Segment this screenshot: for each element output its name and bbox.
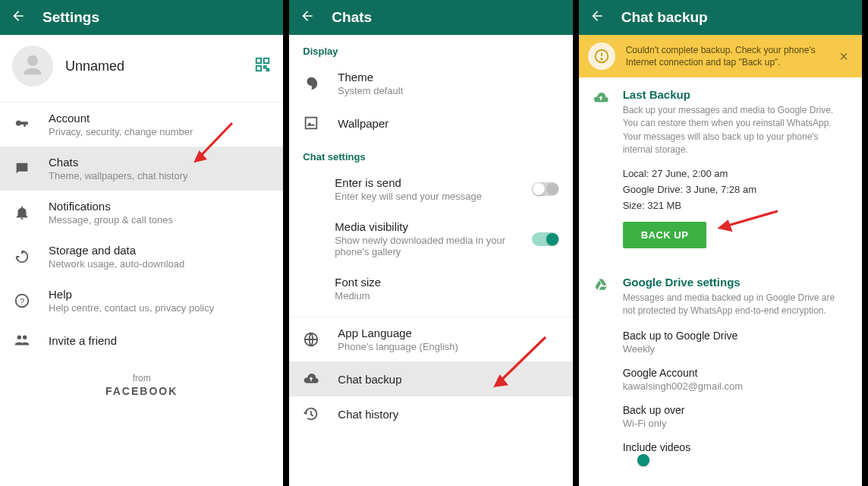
profile-name: Unnamed — [65, 58, 124, 74]
info-drive: Google Drive: 3 June, 7:28 am — [623, 184, 848, 195]
svg-rect-2 — [256, 66, 261, 71]
settings-item-storage[interactable]: Storage and dataNetwork usage, auto-down… — [0, 235, 283, 279]
chats-item-chat-history[interactable]: Chat history — [289, 396, 572, 431]
close-icon[interactable]: × — [835, 49, 853, 64]
banner-text: Couldn't complete backup. Check your pho… — [626, 44, 825, 68]
opt-include-videos[interactable]: Include videos — [579, 441, 862, 453]
chats-item-media-visibility[interactable]: Media visibilityShow newly downloaded me… — [289, 211, 572, 267]
appbar-chats: Chats — [289, 0, 572, 35]
back-icon[interactable] — [590, 8, 605, 27]
theme-icon — [303, 75, 319, 92]
appbar-chat-backup: Chat backup — [579, 0, 862, 35]
globe-icon — [303, 331, 319, 348]
settings-item-invite[interactable]: Invite a friend — [0, 323, 283, 358]
last-backup-heading: Last Backup — [623, 88, 848, 101]
settings-panel: Settings Unnamed AccountPrivacy, securit… — [0, 0, 289, 486]
section-google-drive: Google Drive settings Messages and media… — [579, 265, 862, 318]
people-icon — [14, 332, 30, 349]
last-backup-desc: Back up your messages and media to Googl… — [623, 104, 848, 157]
help-icon: ? — [14, 292, 30, 309]
appbar-settings: Settings — [0, 0, 283, 35]
gd-heading: Google Drive settings — [623, 276, 848, 289]
settings-item-notifications[interactable]: NotificationsMessage, group & call tones — [0, 191, 283, 235]
opt-backup-to-drive[interactable]: Back up to Google Drive Weekly — [579, 330, 862, 355]
section-last-backup: Last Backup Back up your messages and me… — [579, 77, 862, 248]
settings-item-account[interactable]: AccountPrivacy, security, change number — [0, 103, 283, 147]
chats-item-language[interactable]: App LanguagePhone's language (English) — [289, 317, 572, 361]
profile-row[interactable]: Unnamed — [0, 35, 283, 102]
appbar-title: Settings — [42, 9, 99, 26]
svg-point-12 — [601, 58, 602, 59]
qr-icon[interactable] — [254, 56, 271, 76]
back-icon[interactable] — [11, 8, 26, 27]
google-drive-icon — [593, 276, 609, 318]
info-size: Size: 321 MB — [623, 200, 848, 211]
settings-item-chats[interactable]: ChatsTheme, wallpapers, chat history — [0, 147, 283, 191]
warning-icon — [588, 43, 615, 70]
svg-rect-4 — [267, 69, 269, 71]
data-icon — [14, 248, 30, 265]
appbar-title: Chats — [332, 9, 372, 26]
chats-item-chat-backup[interactable]: Chat backup — [289, 361, 572, 396]
gd-desc: Messages and media backed up in Google D… — [623, 292, 848, 318]
chats-item-wallpaper[interactable]: Wallpaper — [289, 106, 572, 140]
wallpaper-icon — [303, 115, 319, 131]
chats-panel: Chats Display ThemeSystem default Wallpa… — [289, 0, 578, 486]
chats-item-enter-send[interactable]: Enter is sendEnter key will send your me… — [289, 167, 572, 211]
svg-rect-0 — [256, 58, 261, 63]
cloud-up-icon — [593, 88, 609, 248]
key-icon — [14, 116, 30, 133]
back-icon[interactable] — [300, 8, 315, 27]
toggle-enter-send[interactable] — [532, 182, 559, 196]
chats-item-font-size[interactable]: Font sizeMedium — [289, 267, 572, 311]
settings-item-help[interactable]: ? HelpHelp centre, contact us, privacy p… — [0, 279, 283, 323]
info-local: Local: 27 June, 2:00 am — [623, 168, 848, 179]
backup-error-banner: Couldn't complete backup. Check your pho… — [579, 35, 862, 77]
chat-backup-panel: Chat backup Couldn't complete backup. Ch… — [579, 0, 868, 486]
section-header-chatsettings: Chat settings — [289, 140, 572, 167]
svg-text:?: ? — [20, 297, 24, 306]
footer-attribution: from FACEBOOK — [0, 373, 283, 397]
opt-google-account[interactable]: Google Account kawalsingh002@gmail.com — [579, 367, 862, 392]
cloud-up-icon — [303, 371, 319, 387]
chats-item-theme[interactable]: ThemeSystem default — [289, 62, 572, 106]
avatar — [12, 46, 53, 87]
appbar-title: Chat backup — [621, 9, 708, 26]
svg-rect-8 — [306, 118, 317, 129]
backup-button[interactable]: BACK UP — [623, 222, 707, 248]
chat-icon — [14, 160, 30, 177]
bell-icon — [14, 204, 30, 221]
opt-backup-over[interactable]: Back up over Wi-Fi only — [579, 404, 862, 429]
history-icon — [303, 406, 319, 422]
section-header-display: Display — [289, 35, 572, 62]
toggle-media-visibility[interactable] — [532, 232, 559, 246]
svg-rect-3 — [264, 66, 266, 68]
svg-rect-1 — [264, 58, 269, 63]
